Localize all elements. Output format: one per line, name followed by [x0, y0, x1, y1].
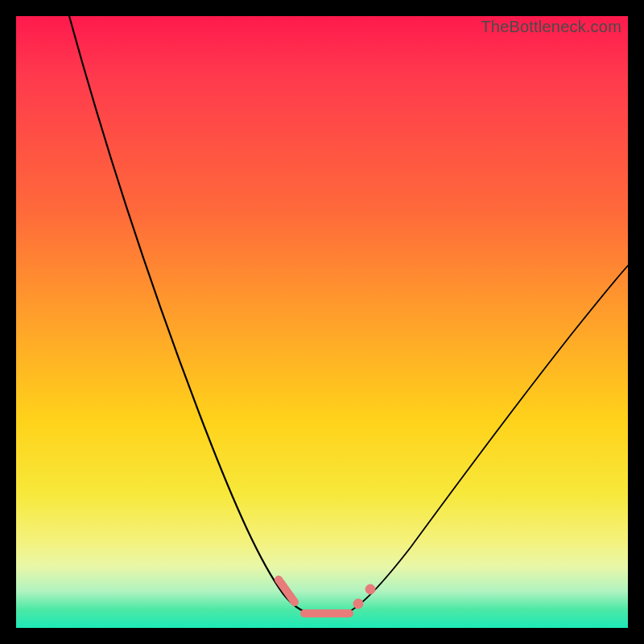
right-branch-curve	[346, 266, 628, 613]
svg-point-3	[365, 584, 375, 594]
curve-layer	[16, 16, 628, 628]
chart-frame: TheBottleneck.com	[0, 0, 644, 644]
svg-point-2	[353, 599, 363, 609]
valley-markers	[279, 580, 349, 613]
left-branch-curve	[69, 16, 311, 613]
valley-dots	[353, 584, 375, 609]
plot-area: TheBottleneck.com	[16, 16, 628, 628]
